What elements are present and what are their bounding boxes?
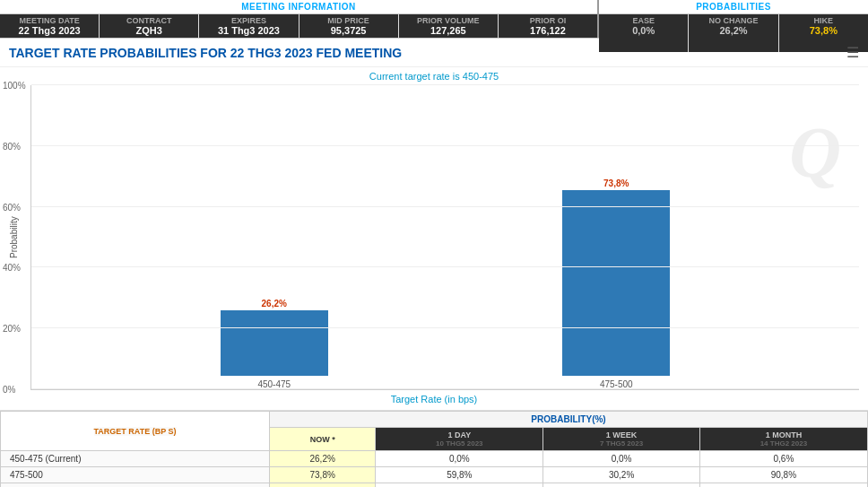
header-col: EXPIRES31 Thg3 2023: [199, 14, 299, 38]
chart-grid: Q 26,2%450-47573,8%475-500 100%80%60%40%…: [30, 85, 859, 390]
prob-value: 0,0%: [603, 25, 684, 36]
col-value: ZQH3: [103, 25, 195, 36]
page-title: TARGET RATE PROBABILITIES FOR 22 THG3 20…: [9, 46, 402, 60]
row-label: 450-475 (Current): [1, 451, 270, 467]
col-value: 127,265: [403, 25, 494, 36]
col-label: NOW *: [310, 435, 335, 444]
col-sublabel: 7 THG5 2023: [549, 439, 693, 448]
col-value: 31 Thg3 2023: [203, 25, 294, 36]
col-label: MEETING DATE: [4, 16, 95, 25]
grid-label: 100%: [3, 81, 26, 91]
table-cell: 30,2%: [543, 467, 699, 483]
probability-table: TARGET RATE (BP S)PROBABILITY(%)NOW *1 D…: [0, 411, 868, 487]
prob-value: 26,2%: [692, 25, 774, 36]
col-sublabel: 10 THG5 2023: [381, 439, 537, 448]
grid-line: 0%: [31, 388, 859, 389]
col-header-2: 1 WEEK7 THG5 2023: [543, 428, 699, 451]
chart-container: Probability Q 26,2%450-47573,8%475-500 1…: [9, 85, 859, 390]
table-cell: 0,0%: [270, 483, 376, 488]
chart-inner: Q 26,2%450-47573,8%475-500 100%80%60%40%…: [30, 85, 859, 390]
table-cell: 40,2%: [376, 483, 543, 488]
table-cell: 90,8%: [699, 467, 867, 483]
table-cell: 0,0%: [543, 451, 699, 467]
grid-line: 20%: [31, 327, 859, 328]
col-label: 1 WEEK: [606, 430, 638, 439]
prob-label: HIKE: [783, 16, 864, 25]
chart-subtitle: Current target rate is 450-475: [9, 71, 859, 82]
prob-label: NO CHANGE: [692, 16, 774, 25]
col-sublabel: 14 THG2 2023: [706, 439, 862, 448]
grid-line: 100%: [31, 84, 859, 85]
bar-group: 73,8%475-500: [562, 178, 670, 389]
prob-main-header: PROBABILITY(%): [270, 412, 868, 428]
col-label: PRIOR OI: [502, 16, 594, 25]
header-col: MEETING DATE22 Thg3 2023: [0, 14, 100, 38]
bar-value-label: 26,2%: [262, 299, 287, 309]
table-cell: 0,6%: [699, 451, 867, 467]
bar: [221, 310, 328, 376]
col-label: 1 DAY: [447, 430, 471, 439]
col-header-1: 1 DAY10 THG5 2023: [376, 428, 543, 451]
row-label: 475-500: [1, 467, 270, 483]
bottom-table-section: TARGET RATE (BP S)PROBABILITY(%)NOW *1 D…: [0, 411, 868, 487]
table-row: 450-475 (Current)26,2%0,0%0,0%0,6%: [1, 451, 868, 467]
header-col: PRIOR VOLUME127,265: [399, 14, 499, 38]
row-label: 500-525: [1, 483, 270, 488]
target-rate-header: TARGET RATE (BP S): [94, 427, 177, 436]
prob-label: EASE: [603, 16, 684, 25]
probabilities-title: PROBABILITIES: [599, 0, 868, 14]
col-header-3: 1 MONTH14 THG2 2023: [699, 428, 867, 451]
y-axis-label: Probability: [9, 85, 27, 390]
grid-label: 20%: [3, 324, 21, 334]
table-cell: 69,8%: [543, 483, 699, 488]
table-corner: TARGET RATE (BP S): [1, 412, 270, 451]
grid-line: 80%: [31, 145, 859, 146]
col-label: PRIOR VOLUME: [403, 16, 494, 25]
grid-label: 80%: [3, 141, 21, 151]
col-label: 1 MONTH: [766, 430, 803, 439]
table-cell: 26,2%: [270, 451, 376, 467]
header-col: PRIOR OI176,122: [499, 14, 597, 38]
bar-value-label: 73,8%: [603, 178, 629, 188]
grid-line: 40%: [31, 266, 859, 267]
prob-value: 73,8%: [783, 25, 864, 36]
col-value: 176,122: [502, 25, 594, 36]
header-cols: MEETING DATE22 Thg3 2023CONTRACTZQH3EXPI…: [0, 14, 597, 38]
bar-group: 26,2%450-475: [221, 299, 328, 389]
prob-col-ease: EASE0,0%: [599, 14, 689, 52]
col-value: 95,3725: [303, 25, 395, 36]
chart-area: Current target rate is 450-475 Probabili…: [0, 67, 868, 411]
menu-icon[interactable]: ☰: [846, 44, 859, 61]
grid-label: 40%: [3, 263, 21, 273]
grid-line: 60%: [31, 206, 859, 207]
grid-label: 0%: [3, 385, 15, 395]
col-label: CONTRACT: [103, 16, 195, 25]
table-cell: 9,2%: [699, 483, 867, 488]
x-axis-title: Target Rate (in bps): [9, 394, 859, 404]
table-cell: 73,8%: [270, 467, 376, 483]
table-cell: 59,8%: [376, 467, 543, 483]
meeting-info-block: MEETING INFORMATION MEETING DATE22 Thg3 …: [0, 0, 599, 38]
header-section: MEETING INFORMATION MEETING DATE22 Thg3 …: [0, 0, 868, 39]
col-label: MID PRICE: [303, 16, 395, 25]
table-row: 475-50073,8%59,8%30,2%90,8%: [1, 467, 868, 483]
prob-cols: EASE0,0%NO CHANGE26,2%HIKE73,8%: [599, 14, 868, 52]
col-header-0: NOW *: [270, 428, 376, 451]
bar: [562, 190, 670, 376]
prob-col-nochange: NO CHANGE26,2%: [689, 14, 778, 52]
meeting-info-title: MEETING INFORMATION: [0, 0, 597, 14]
col-label: EXPIRES: [203, 16, 294, 25]
table-cell: 0,0%: [376, 451, 543, 467]
probabilities-block: PROBABILITIES EASE0,0%NO CHANGE26,2%HIKE…: [599, 0, 868, 38]
header-col: CONTRACTZQH3: [100, 14, 199, 38]
header-col: MID PRICE95,3725: [299, 14, 399, 38]
col-value: 22 Thg3 2023: [4, 25, 95, 36]
grid-label: 60%: [3, 202, 21, 212]
table-row: 500-5250,0%40,2%69,8%9,2%: [1, 483, 868, 488]
bars-container: 26,2%450-47573,8%475-500: [31, 85, 859, 389]
